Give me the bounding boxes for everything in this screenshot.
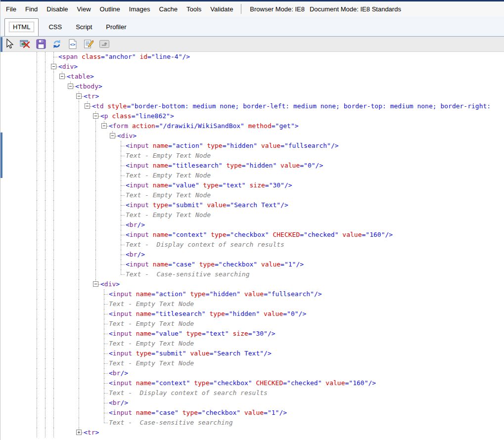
collapse-minus-icon[interactable] xyxy=(68,84,73,89)
tree-row[interactable]: <tr> xyxy=(0,91,504,101)
tree-row[interactable]: <input name="titlesearch" type="hidden" … xyxy=(0,309,504,319)
menu-item-cache[interactable]: Cache xyxy=(154,5,182,13)
element-node-p: <p class="line862"> xyxy=(100,111,174,121)
tree-guide-line xyxy=(53,339,54,349)
collapse-minus-icon[interactable] xyxy=(110,133,115,138)
tree-row[interactable]: <input name="action" type="hidden" value… xyxy=(0,141,504,151)
document-mode-label[interactable]: Document Mode: IE8 Standards xyxy=(310,5,401,13)
navigate-disabled-icon xyxy=(98,38,110,50)
tree-row[interactable]: <span class="anchor" id="line-4"/> xyxy=(0,52,504,62)
element-node-div: <div> xyxy=(58,62,78,72)
tab-css[interactable]: CSS xyxy=(42,23,69,36)
tree-guide-line xyxy=(45,131,46,141)
tree-connector-line xyxy=(104,344,108,344)
menu-item-file[interactable]: File xyxy=(1,5,21,13)
tree-guide-line xyxy=(37,220,37,230)
tree-guide-line xyxy=(79,250,79,260)
tree-row[interactable]: Text - Case-sensitive searching xyxy=(0,418,504,428)
tree-row[interactable]: <td style="border-bottom: medium none; b… xyxy=(0,101,504,111)
menu-item-images[interactable]: Images xyxy=(125,5,155,13)
browser-mode-label[interactable]: Browser Mode: IE8 xyxy=(250,5,305,13)
tree-row[interactable]: Text - Display context of search results xyxy=(0,388,504,398)
tab-html[interactable]: HTML xyxy=(4,18,39,36)
tree-guide-line xyxy=(53,210,54,220)
tree-guide-line xyxy=(79,230,79,240)
tree-row[interactable]: <input type="submit" value="Search Text"… xyxy=(0,349,504,358)
tree-row[interactable]: <p class="line862"> xyxy=(0,111,504,121)
tree-guide-line xyxy=(95,151,96,161)
tree-guide-line xyxy=(37,349,37,358)
tree-row[interactable]: <br/> xyxy=(0,368,504,378)
element-node-input: <input type="submit" value="Search Text"… xyxy=(126,200,288,210)
tree-connector-line xyxy=(104,324,108,324)
tree-guide-line xyxy=(53,151,54,161)
tree-row[interactable]: <div> xyxy=(0,131,504,141)
tree-row[interactable]: <input name="value" type="text" size="30… xyxy=(0,180,504,190)
collapse-minus-icon[interactable] xyxy=(85,103,90,109)
tree-row[interactable]: <div> xyxy=(0,279,504,289)
collapse-minus-icon[interactable] xyxy=(59,74,65,79)
menu-item-outline[interactable]: Outline xyxy=(95,5,125,13)
tree-row[interactable]: Text - Empty Text Node xyxy=(0,190,504,200)
tree-row[interactable]: <br/> xyxy=(0,250,504,260)
tree-row[interactable]: Text - Empty Text Node xyxy=(0,210,504,220)
tree-row[interactable]: <input name="value" type="text" size="30… xyxy=(0,329,504,339)
view-source-icon[interactable]: <> xyxy=(67,38,79,50)
tree-guide-line xyxy=(79,161,79,171)
tree-row[interactable]: Text - Empty Text Node xyxy=(0,171,504,180)
tree-guide-line xyxy=(53,358,54,368)
tree-row[interactable]: <table> xyxy=(0,72,504,82)
collapse-minus-icon[interactable] xyxy=(93,281,98,287)
tab-script[interactable]: Script xyxy=(69,23,99,36)
element-node-table: <table> xyxy=(67,72,94,82)
tree-guide-line xyxy=(53,319,54,329)
tree-connector-line xyxy=(121,185,125,186)
menu-item-validate[interactable]: Validate xyxy=(206,5,237,13)
tree-row[interactable]: Text - Empty Text Node xyxy=(0,319,504,329)
tree-row[interactable]: <input name="context" type="checkbox" CH… xyxy=(0,378,504,388)
tree-connector-line xyxy=(121,264,125,265)
toggle-glyph xyxy=(94,284,97,284)
tree-row[interactable]: Text - Case-sensitive searching xyxy=(0,269,504,279)
tree-row[interactable]: <tbody> xyxy=(0,82,504,91)
tree-row[interactable]: <div> xyxy=(0,62,504,72)
menu-item-disable[interactable]: Disable xyxy=(42,5,72,13)
menu-item-tools[interactable]: Tools xyxy=(182,5,206,13)
tree-row[interactable]: <br/> xyxy=(0,398,504,408)
tree-guide-line xyxy=(79,388,79,398)
tree-row[interactable]: <input name="case" type="checkbox" value… xyxy=(0,408,504,418)
tree-guide-line xyxy=(79,368,79,378)
collapse-minus-icon[interactable] xyxy=(101,123,107,129)
expand-plus-icon[interactable] xyxy=(76,430,82,435)
tree-guide-line xyxy=(37,101,37,111)
menu-item-view[interactable]: View xyxy=(73,5,95,13)
edit-icon[interactable] xyxy=(83,38,94,50)
tree-guide-line xyxy=(95,269,96,279)
tree-row[interactable]: <input name="titlesearch" type="hidden" … xyxy=(0,161,504,171)
tree-row[interactable]: <input name="case" type="checkbox" value… xyxy=(0,260,504,269)
tree-row[interactable]: <form action="/drawiki/WikiSandBox" meth… xyxy=(0,121,504,131)
tree-guide-line xyxy=(37,161,37,171)
tree-row[interactable]: <tr> xyxy=(0,428,504,438)
save-icon[interactable] xyxy=(35,38,47,50)
tree-row[interactable]: Text - Empty Text Node xyxy=(0,151,504,161)
menu-item-find[interactable]: Find xyxy=(21,5,42,13)
tree-guide-line xyxy=(37,329,37,339)
tab-profiler[interactable]: Profiler xyxy=(99,23,133,36)
tree-row[interactable]: <input name="context" type="checkbox" CH… xyxy=(0,230,504,240)
collapse-minus-icon[interactable] xyxy=(93,113,98,119)
clear-browser-cache-icon[interactable] xyxy=(19,38,31,50)
tree-row[interactable]: <input type="submit" value="Search Text"… xyxy=(0,200,504,210)
tree-row[interactable]: Text - Display context of search results xyxy=(0,240,504,250)
tree-row[interactable]: Text - Empty Text Node xyxy=(0,358,504,368)
tree-row[interactable]: Text - Empty Text Node xyxy=(0,299,504,309)
menu-bar: FileFindDisableViewOutlineImagesCacheToo… xyxy=(0,1,504,16)
tree-row[interactable]: <input name="action" type="hidden" value… xyxy=(0,289,504,299)
collapse-minus-icon[interactable] xyxy=(76,93,82,99)
collapse-minus-icon[interactable] xyxy=(51,64,56,69)
tree-guide-line xyxy=(45,171,46,180)
tree-row[interactable]: Text - Empty Text Node xyxy=(0,339,504,349)
select-element-pointer-icon[interactable] xyxy=(3,38,15,50)
tree-row[interactable]: <br/> xyxy=(0,220,504,230)
refresh-icon[interactable] xyxy=(51,38,63,50)
